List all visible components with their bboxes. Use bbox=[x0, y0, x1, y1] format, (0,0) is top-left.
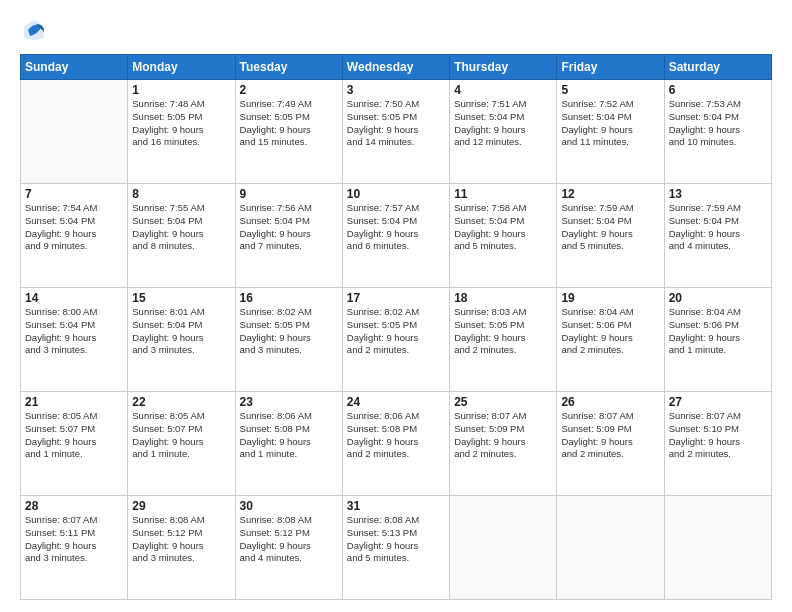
calendar-cell: 21Sunrise: 8:05 AMSunset: 5:07 PMDayligh… bbox=[21, 392, 128, 496]
calendar-cell bbox=[557, 496, 664, 600]
header bbox=[20, 16, 772, 44]
day-number: 28 bbox=[25, 499, 123, 513]
calendar-cell: 4Sunrise: 7:51 AMSunset: 5:04 PMDaylight… bbox=[450, 80, 557, 184]
weekday-header-row: SundayMondayTuesdayWednesdayThursdayFrid… bbox=[21, 55, 772, 80]
calendar-cell: 19Sunrise: 8:04 AMSunset: 5:06 PMDayligh… bbox=[557, 288, 664, 392]
calendar-table: SundayMondayTuesdayWednesdayThursdayFrid… bbox=[20, 54, 772, 600]
day-number: 31 bbox=[347, 499, 445, 513]
calendar-cell: 7Sunrise: 7:54 AMSunset: 5:04 PMDaylight… bbox=[21, 184, 128, 288]
day-info: Sunrise: 8:02 AMSunset: 5:05 PMDaylight:… bbox=[347, 306, 445, 357]
day-number: 11 bbox=[454, 187, 552, 201]
day-number: 9 bbox=[240, 187, 338, 201]
day-number: 14 bbox=[25, 291, 123, 305]
day-number: 19 bbox=[561, 291, 659, 305]
calendar-cell: 23Sunrise: 8:06 AMSunset: 5:08 PMDayligh… bbox=[235, 392, 342, 496]
day-info: Sunrise: 7:51 AMSunset: 5:04 PMDaylight:… bbox=[454, 98, 552, 149]
day-info: Sunrise: 8:06 AMSunset: 5:08 PMDaylight:… bbox=[240, 410, 338, 461]
day-info: Sunrise: 7:57 AMSunset: 5:04 PMDaylight:… bbox=[347, 202, 445, 253]
day-info: Sunrise: 7:56 AMSunset: 5:04 PMDaylight:… bbox=[240, 202, 338, 253]
calendar-cell: 27Sunrise: 8:07 AMSunset: 5:10 PMDayligh… bbox=[664, 392, 771, 496]
week-row-0: 1Sunrise: 7:48 AMSunset: 5:05 PMDaylight… bbox=[21, 80, 772, 184]
weekday-header-sunday: Sunday bbox=[21, 55, 128, 80]
calendar-cell: 30Sunrise: 8:08 AMSunset: 5:12 PMDayligh… bbox=[235, 496, 342, 600]
day-number: 13 bbox=[669, 187, 767, 201]
calendar-cell: 17Sunrise: 8:02 AMSunset: 5:05 PMDayligh… bbox=[342, 288, 449, 392]
day-info: Sunrise: 7:58 AMSunset: 5:04 PMDaylight:… bbox=[454, 202, 552, 253]
calendar-cell: 25Sunrise: 8:07 AMSunset: 5:09 PMDayligh… bbox=[450, 392, 557, 496]
day-info: Sunrise: 8:04 AMSunset: 5:06 PMDaylight:… bbox=[669, 306, 767, 357]
calendar-cell: 22Sunrise: 8:05 AMSunset: 5:07 PMDayligh… bbox=[128, 392, 235, 496]
day-number: 20 bbox=[669, 291, 767, 305]
day-info: Sunrise: 7:59 AMSunset: 5:04 PMDaylight:… bbox=[561, 202, 659, 253]
day-info: Sunrise: 7:53 AMSunset: 5:04 PMDaylight:… bbox=[669, 98, 767, 149]
calendar-cell: 13Sunrise: 7:59 AMSunset: 5:04 PMDayligh… bbox=[664, 184, 771, 288]
day-number: 17 bbox=[347, 291, 445, 305]
calendar-cell: 31Sunrise: 8:08 AMSunset: 5:13 PMDayligh… bbox=[342, 496, 449, 600]
calendar-cell: 24Sunrise: 8:06 AMSunset: 5:08 PMDayligh… bbox=[342, 392, 449, 496]
day-number: 18 bbox=[454, 291, 552, 305]
calendar-cell: 20Sunrise: 8:04 AMSunset: 5:06 PMDayligh… bbox=[664, 288, 771, 392]
day-number: 1 bbox=[132, 83, 230, 97]
weekday-header-wednesday: Wednesday bbox=[342, 55, 449, 80]
day-info: Sunrise: 7:49 AMSunset: 5:05 PMDaylight:… bbox=[240, 98, 338, 149]
day-info: Sunrise: 8:05 AMSunset: 5:07 PMDaylight:… bbox=[25, 410, 123, 461]
calendar-cell: 14Sunrise: 8:00 AMSunset: 5:04 PMDayligh… bbox=[21, 288, 128, 392]
day-info: Sunrise: 8:06 AMSunset: 5:08 PMDaylight:… bbox=[347, 410, 445, 461]
calendar-cell: 18Sunrise: 8:03 AMSunset: 5:05 PMDayligh… bbox=[450, 288, 557, 392]
day-number: 30 bbox=[240, 499, 338, 513]
calendar-cell: 2Sunrise: 7:49 AMSunset: 5:05 PMDaylight… bbox=[235, 80, 342, 184]
day-number: 15 bbox=[132, 291, 230, 305]
day-info: Sunrise: 7:55 AMSunset: 5:04 PMDaylight:… bbox=[132, 202, 230, 253]
calendar-cell bbox=[450, 496, 557, 600]
day-number: 6 bbox=[669, 83, 767, 97]
day-info: Sunrise: 7:48 AMSunset: 5:05 PMDaylight:… bbox=[132, 98, 230, 149]
day-number: 25 bbox=[454, 395, 552, 409]
day-number: 4 bbox=[454, 83, 552, 97]
week-row-1: 7Sunrise: 7:54 AMSunset: 5:04 PMDaylight… bbox=[21, 184, 772, 288]
day-number: 8 bbox=[132, 187, 230, 201]
week-row-3: 21Sunrise: 8:05 AMSunset: 5:07 PMDayligh… bbox=[21, 392, 772, 496]
weekday-header-friday: Friday bbox=[557, 55, 664, 80]
day-number: 22 bbox=[132, 395, 230, 409]
day-number: 12 bbox=[561, 187, 659, 201]
day-info: Sunrise: 7:50 AMSunset: 5:05 PMDaylight:… bbox=[347, 98, 445, 149]
day-info: Sunrise: 8:07 AMSunset: 5:09 PMDaylight:… bbox=[454, 410, 552, 461]
calendar-cell: 3Sunrise: 7:50 AMSunset: 5:05 PMDaylight… bbox=[342, 80, 449, 184]
day-info: Sunrise: 8:08 AMSunset: 5:12 PMDaylight:… bbox=[132, 514, 230, 565]
calendar-cell: 11Sunrise: 7:58 AMSunset: 5:04 PMDayligh… bbox=[450, 184, 557, 288]
calendar-cell: 15Sunrise: 8:01 AMSunset: 5:04 PMDayligh… bbox=[128, 288, 235, 392]
calendar-cell: 29Sunrise: 8:08 AMSunset: 5:12 PMDayligh… bbox=[128, 496, 235, 600]
day-info: Sunrise: 8:07 AMSunset: 5:10 PMDaylight:… bbox=[669, 410, 767, 461]
calendar-cell: 12Sunrise: 7:59 AMSunset: 5:04 PMDayligh… bbox=[557, 184, 664, 288]
logo-icon bbox=[20, 16, 48, 44]
day-number: 3 bbox=[347, 83, 445, 97]
day-number: 26 bbox=[561, 395, 659, 409]
calendar-cell bbox=[21, 80, 128, 184]
calendar-cell: 28Sunrise: 8:07 AMSunset: 5:11 PMDayligh… bbox=[21, 496, 128, 600]
weekday-header-saturday: Saturday bbox=[664, 55, 771, 80]
day-info: Sunrise: 8:02 AMSunset: 5:05 PMDaylight:… bbox=[240, 306, 338, 357]
calendar-cell: 26Sunrise: 8:07 AMSunset: 5:09 PMDayligh… bbox=[557, 392, 664, 496]
calendar-cell: 6Sunrise: 7:53 AMSunset: 5:04 PMDaylight… bbox=[664, 80, 771, 184]
page: SundayMondayTuesdayWednesdayThursdayFrid… bbox=[0, 0, 792, 612]
weekday-header-thursday: Thursday bbox=[450, 55, 557, 80]
day-number: 21 bbox=[25, 395, 123, 409]
day-info: Sunrise: 8:01 AMSunset: 5:04 PMDaylight:… bbox=[132, 306, 230, 357]
calendar-cell: 16Sunrise: 8:02 AMSunset: 5:05 PMDayligh… bbox=[235, 288, 342, 392]
logo bbox=[20, 16, 52, 44]
calendar-cell: 1Sunrise: 7:48 AMSunset: 5:05 PMDaylight… bbox=[128, 80, 235, 184]
day-info: Sunrise: 8:03 AMSunset: 5:05 PMDaylight:… bbox=[454, 306, 552, 357]
weekday-header-monday: Monday bbox=[128, 55, 235, 80]
day-info: Sunrise: 8:00 AMSunset: 5:04 PMDaylight:… bbox=[25, 306, 123, 357]
day-number: 5 bbox=[561, 83, 659, 97]
day-number: 27 bbox=[669, 395, 767, 409]
week-row-2: 14Sunrise: 8:00 AMSunset: 5:04 PMDayligh… bbox=[21, 288, 772, 392]
day-info: Sunrise: 7:52 AMSunset: 5:04 PMDaylight:… bbox=[561, 98, 659, 149]
day-info: Sunrise: 7:54 AMSunset: 5:04 PMDaylight:… bbox=[25, 202, 123, 253]
day-number: 29 bbox=[132, 499, 230, 513]
day-number: 10 bbox=[347, 187, 445, 201]
day-number: 23 bbox=[240, 395, 338, 409]
calendar-cell: 8Sunrise: 7:55 AMSunset: 5:04 PMDaylight… bbox=[128, 184, 235, 288]
calendar-cell: 10Sunrise: 7:57 AMSunset: 5:04 PMDayligh… bbox=[342, 184, 449, 288]
day-info: Sunrise: 8:07 AMSunset: 5:09 PMDaylight:… bbox=[561, 410, 659, 461]
